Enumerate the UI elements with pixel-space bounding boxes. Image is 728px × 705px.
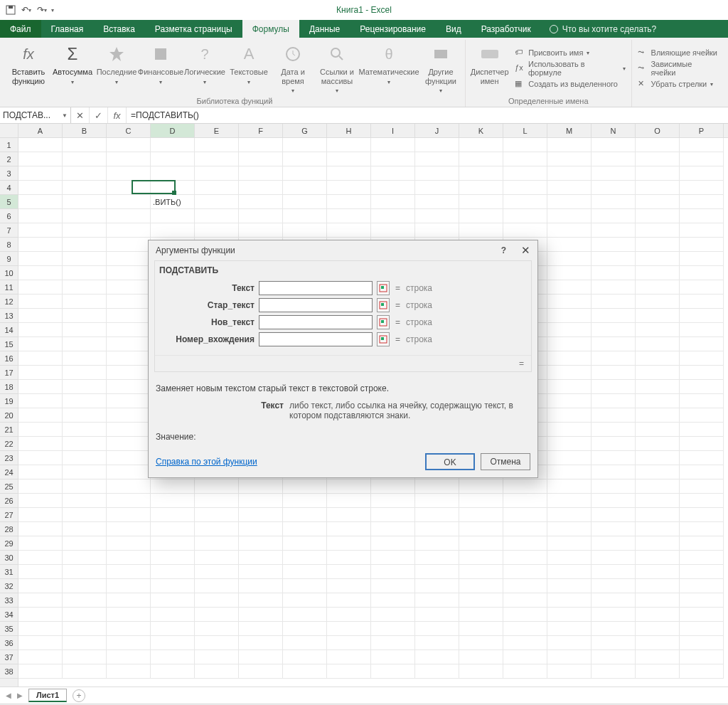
row-header[interactable]: 31 — [0, 565, 18, 579]
row-header[interactable]: 14 — [0, 323, 18, 337]
row-header[interactable]: 28 — [0, 522, 18, 536]
tab-data[interactable]: Данные — [299, 20, 350, 38]
sheet-nav-prev[interactable]: ◀ — [6, 691, 11, 699]
row-header[interactable]: 13 — [0, 309, 18, 323]
column-header[interactable]: B — [63, 124, 107, 137]
row-header[interactable]: 5 — [0, 195, 18, 209]
column-header[interactable]: J — [415, 124, 459, 137]
recently-used-button[interactable]: Последние▾ — [95, 40, 138, 95]
row-header[interactable]: 19 — [0, 394, 18, 408]
column-header[interactable]: K — [459, 124, 503, 137]
row-header[interactable]: 25 — [0, 479, 18, 494]
column-header[interactable]: P — [680, 124, 724, 137]
row-headers[interactable]: 1234567891011121314151617181920212223242… — [0, 138, 18, 687]
range-picker-button[interactable] — [377, 332, 390, 346]
column-header[interactable]: M — [547, 124, 592, 137]
math-button[interactable]: θ Математические▾ — [360, 40, 418, 95]
column-header[interactable]: F — [239, 124, 283, 137]
undo-icon[interactable]: ↶▾ — [20, 4, 33, 16]
tab-page-layout[interactable]: Разметка страницы — [145, 20, 242, 38]
tab-file[interactable]: Файл — [0, 20, 41, 38]
dialog-ok-button[interactable]: OK — [425, 453, 475, 470]
save-icon[interactable] — [4, 4, 17, 16]
column-header[interactable]: O — [636, 124, 680, 137]
arg-input[interactable] — [259, 332, 373, 346]
row-header[interactable]: 26 — [0, 494, 18, 508]
new-sheet-button[interactable]: + — [73, 689, 85, 702]
sheet-tab-active[interactable]: Лист1 — [28, 689, 67, 702]
datetime-button[interactable]: Дата и время▾ — [272, 40, 314, 95]
dialog-help-button[interactable]: ? — [501, 245, 506, 255]
row-header[interactable]: 10 — [0, 266, 18, 280]
column-header[interactable]: N — [592, 124, 636, 137]
column-header[interactable]: A — [18, 124, 63, 137]
tab-review[interactable]: Рецензирование — [350, 20, 436, 38]
trace-precedents-button[interactable]: ⤳Влияющие ячейки — [638, 48, 718, 58]
column-header[interactable]: H — [327, 124, 371, 137]
financial-button[interactable]: Финансовые▾ — [139, 40, 182, 95]
insert-function-small-button[interactable]: fx — [108, 107, 127, 123]
arg-input[interactable] — [259, 315, 373, 329]
lookup-button[interactable]: Ссылки и массивы▾ — [316, 40, 358, 95]
formula-input[interactable]: =ПОДСТАВИТЬ() — [127, 107, 728, 123]
tab-home[interactable]: Главная — [41, 20, 94, 38]
redo-icon[interactable]: ↷▾ — [36, 4, 48, 16]
dialog-close-button[interactable]: ✕ — [521, 244, 530, 257]
row-header[interactable]: 15 — [0, 337, 18, 351]
tell-me[interactable]: Что вы хотите сделать? — [541, 20, 665, 38]
cancel-formula-button[interactable]: ✕ — [71, 107, 90, 123]
remove-arrows-button[interactable]: ✕Убрать стрелки ▾ — [638, 79, 718, 89]
column-header[interactable]: C — [107, 124, 151, 137]
use-in-formula-button[interactable]: ƒxИспользовать в формуле ▾ — [515, 60, 625, 77]
name-box[interactable]: ПОДСТАВ...▼ — [0, 107, 71, 123]
row-header[interactable]: 32 — [0, 579, 18, 593]
chevron-down-icon[interactable]: ▼ — [62, 112, 68, 119]
dialog-help-link[interactable]: Справка по этой функции — [156, 457, 257, 467]
select-all-corner[interactable] — [0, 124, 18, 138]
qat-customize-icon[interactable]: ▾ — [51, 7, 54, 14]
range-picker-button[interactable] — [377, 315, 390, 329]
arg-input[interactable] — [259, 298, 373, 312]
row-header[interactable]: 9 — [0, 252, 18, 266]
row-header[interactable]: 8 — [0, 238, 18, 252]
logical-button[interactable]: ? Логические▾ — [183, 40, 226, 95]
row-header[interactable]: 29 — [0, 536, 18, 551]
tab-formulas[interactable]: Формулы — [242, 20, 299, 38]
range-picker-button[interactable] — [377, 298, 390, 312]
trace-dependents-button[interactable]: ⤳Зависимые ячейки — [638, 60, 718, 77]
column-header[interactable]: D — [151, 124, 195, 137]
dialog-cancel-button[interactable]: Отмена — [481, 453, 530, 470]
name-manager-button[interactable]: Диспетчер имен — [469, 40, 510, 95]
row-header[interactable]: 24 — [0, 465, 18, 479]
tab-insert[interactable]: Вставка — [93, 20, 145, 38]
sheet-nav-next[interactable]: ▶ — [17, 691, 23, 699]
range-picker-button[interactable] — [377, 281, 390, 295]
row-header[interactable]: 1 — [0, 138, 18, 152]
row-header[interactable]: 38 — [0, 664, 18, 679]
define-name-button[interactable]: 🏷Присвоить имя ▾ — [515, 48, 625, 58]
row-header[interactable]: 4 — [0, 181, 18, 195]
arg-input[interactable] — [259, 281, 373, 295]
row-header[interactable]: 37 — [0, 650, 18, 664]
row-header[interactable]: 6 — [0, 209, 18, 223]
row-header[interactable]: 17 — [0, 366, 18, 380]
row-header[interactable]: 23 — [0, 451, 18, 465]
row-header[interactable]: 7 — [0, 223, 18, 238]
enter-formula-button[interactable]: ✓ — [90, 107, 108, 123]
dialog-titlebar[interactable]: Аргументы функции ? ✕ — [149, 240, 537, 260]
create-from-selection-button[interactable]: ▦Создать из выделенного — [515, 79, 625, 89]
row-header[interactable]: 2 — [0, 152, 18, 166]
column-header[interactable]: I — [371, 124, 415, 137]
more-functions-button[interactable]: Другие функции▾ — [419, 40, 462, 95]
autosum-button[interactable]: Σ Автосумма▾ — [51, 40, 94, 95]
row-header[interactable]: 35 — [0, 622, 18, 636]
row-header[interactable]: 20 — [0, 408, 18, 423]
insert-function-button[interactable]: fx Вставить функцию — [7, 40, 50, 95]
row-header[interactable]: 3 — [0, 166, 18, 181]
row-header[interactable]: 30 — [0, 551, 18, 565]
row-header[interactable]: 16 — [0, 351, 18, 366]
tab-developer[interactable]: Разработчик — [471, 20, 541, 38]
row-header[interactable]: 11 — [0, 280, 18, 295]
column-header[interactable]: L — [503, 124, 547, 137]
column-headers[interactable]: ABCDEFGHIJKLMNOP — [18, 124, 728, 138]
